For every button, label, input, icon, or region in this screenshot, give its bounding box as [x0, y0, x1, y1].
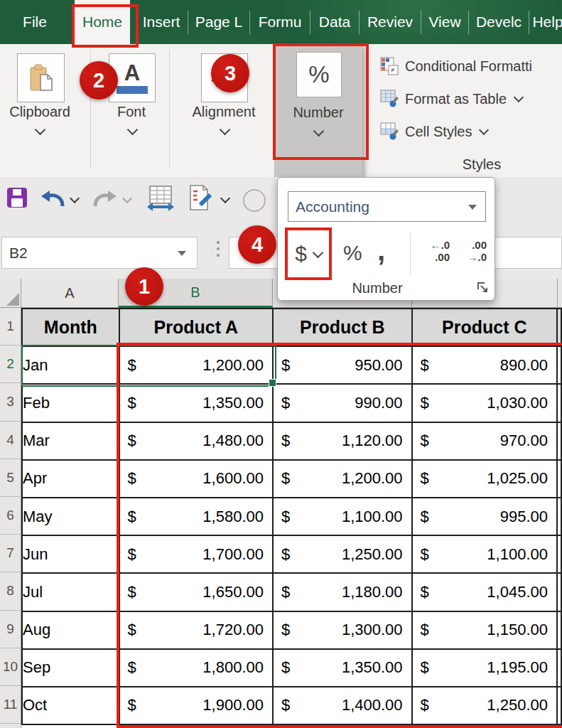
row-header-12-sliver[interactable] [0, 724, 21, 728]
tab-page-layout[interactable]: Page L [190, 0, 247, 44]
comma-style-button[interactable]: , [377, 235, 385, 267]
tab-separator [421, 11, 421, 34]
panel-divider [410, 233, 411, 274]
save-icon [6, 187, 28, 208]
row-header-5[interactable]: 5 [0, 459, 21, 497]
redo-chevron-icon[interactable] [122, 193, 132, 203]
row-header-10[interactable]: 10 [0, 648, 21, 686]
row-header-1[interactable]: 1 [0, 308, 21, 346]
tab-help[interactable]: Help [531, 0, 562, 44]
dialog-launcher-icon[interactable] [477, 282, 490, 294]
edit-document-button[interactable] [186, 184, 213, 214]
cell-styles-button[interactable]: Cell Styles [380, 122, 487, 141]
tab-separator [468, 11, 469, 34]
header-product-b[interactable]: Product B [273, 309, 412, 346]
column-width-button[interactable] [146, 185, 175, 215]
chevron-down-icon[interactable] [35, 124, 46, 136]
drag-handle-icon[interactable] [217, 241, 220, 257]
save-button[interactable] [6, 187, 28, 211]
tab-developer[interactable]: Develc [471, 0, 526, 44]
conditional-formatting-label: Conditional Formatti [405, 58, 532, 75]
column-header-e[interactable] [558, 279, 562, 308]
font-group-label: Font [96, 104, 167, 120]
row-header-2[interactable]: 2 [0, 346, 21, 383]
clipboard-paste-button[interactable] [17, 53, 65, 102]
percent-style-button[interactable]: % [343, 241, 362, 265]
cell-styles-icon [380, 122, 399, 141]
annotation-step-2: 2 [80, 61, 118, 100]
header-product-a[interactable]: Product A [119, 309, 273, 346]
annotation-box-number-group [273, 43, 369, 160]
tab-separator [310, 11, 310, 34]
font-icon: A [117, 63, 148, 94]
alignment-group-label: Alignment [188, 104, 259, 120]
row-header-8[interactable]: 8 [0, 572, 21, 610]
tab-review[interactable]: Reviev [362, 0, 418, 44]
table-header-row: Month Product A Product B Product C [22, 309, 561, 346]
cell-month[interactable]: Oct [22, 687, 119, 724]
tab-file[interactable]: File [13, 0, 57, 44]
number-format-panel: Accounting $ % , ←.0 .00 .00 →.0 Number [277, 177, 495, 301]
cell-month[interactable]: Sep [22, 649, 119, 687]
cell-month[interactable]: May [22, 498, 119, 535]
chevron-down-icon [479, 125, 489, 135]
chevron-down-icon[interactable] [220, 124, 231, 136]
clipboard-icon [28, 63, 55, 93]
row-header-6[interactable]: 6 [0, 497, 21, 535]
cell-month[interactable]: Jun [22, 535, 119, 573]
redo-icon [92, 188, 118, 208]
undo-chevron-icon[interactable] [70, 193, 80, 203]
header-product-c[interactable]: Product C [412, 309, 557, 346]
cell-month[interactable]: Feb [22, 384, 119, 422]
chevron-down-icon[interactable] [313, 247, 324, 258]
excel-window: File Home Insert Page L Formu Data Revie… [0, 0, 562, 728]
decrease-decimal-button[interactable]: .00 →.0 [457, 239, 487, 263]
decrease-decimal-digits: .00 [457, 239, 487, 251]
annotation-box-data-range [117, 343, 562, 728]
undo-icon [40, 188, 65, 208]
cell-month[interactable]: Mar [22, 422, 119, 460]
format-as-table-label: Format as Table [405, 91, 507, 107]
increase-decimal-digits: .00 [420, 251, 450, 263]
cell-month[interactable]: Aug [22, 611, 119, 649]
svg-text:≠: ≠ [391, 66, 395, 74]
row-header-4[interactable]: 4 [0, 422, 21, 459]
row-header-3[interactable]: 3 [0, 383, 21, 421]
annotation-box-currency: $ [285, 228, 332, 280]
dropdown-arrow-icon [468, 205, 477, 210]
format-as-table-button[interactable]: Format as Table [380, 90, 522, 108]
conditional-formatting-icon: ≠ [380, 57, 399, 76]
increase-decimal-button[interactable]: ←.0 .00 [420, 239, 450, 263]
cell-month[interactable]: Jul [22, 573, 119, 611]
annotation-step-1: 1 [125, 267, 163, 306]
accounting-format-button[interactable]: $ [295, 242, 307, 266]
tab-data[interactable]: Data [313, 0, 357, 44]
number-format-dropdown[interactable]: Accounting [288, 191, 486, 222]
undo-button[interactable] [40, 188, 65, 211]
chevron-down-icon [514, 92, 524, 102]
tab-view[interactable]: View [423, 0, 466, 44]
decrease-decimal-icon: →.0 [457, 251, 487, 263]
cell-month[interactable]: Apr [22, 460, 119, 498]
header-month[interactable]: Month [22, 309, 119, 346]
name-box-value: B2 [9, 245, 28, 262]
row-header-7[interactable]: 7 [0, 535, 21, 572]
row-header-11[interactable]: 11 [0, 686, 21, 724]
column-header-a[interactable]: A [21, 279, 119, 308]
chevron-down-icon[interactable] [127, 124, 139, 136]
name-box[interactable]: B2 [1, 237, 198, 269]
number-format-value: Accounting [296, 198, 369, 215]
tab-separator [359, 11, 360, 34]
annotation-step-3: 3 [211, 54, 249, 92]
tab-insert[interactable]: Insert [137, 0, 185, 44]
circle-outline-icon[interactable] [243, 189, 266, 212]
annotation-step-4: 4 [238, 225, 276, 264]
group-separator [169, 50, 170, 169]
conditional-formatting-button[interactable]: ≠ Conditional Formatti [380, 57, 532, 76]
tab-formulas[interactable]: Formu [252, 0, 308, 44]
row-header-9[interactable]: 9 [0, 611, 21, 648]
redo-button[interactable] [92, 188, 118, 211]
edit-chevron-icon[interactable] [220, 193, 230, 203]
name-box-dropdown-icon[interactable] [178, 251, 186, 256]
increase-decimal-icon: ←.0 [420, 239, 450, 251]
